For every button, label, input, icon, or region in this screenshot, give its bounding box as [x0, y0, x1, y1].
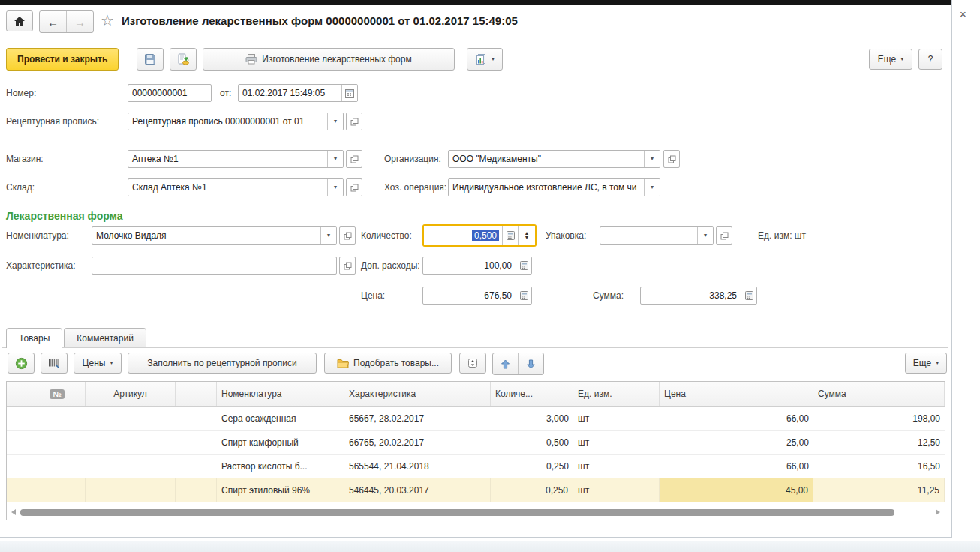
calculator-icon[interactable] [516, 287, 531, 304]
arrow-down-icon [526, 359, 536, 369]
table-more-button[interactable]: Еще ▾ [905, 352, 947, 374]
chevron-down-icon: ▾ [936, 360, 939, 366]
more-button[interactable]: Еще ▾ [869, 49, 912, 70]
characteristic-input[interactable] [92, 256, 337, 274]
scroll-left-icon[interactable] [11, 509, 16, 515]
cell-price: 25,00 [660, 430, 813, 454]
organization-value: ООО "Медикаменты" [449, 151, 644, 167]
move-down-button[interactable] [518, 353, 543, 374]
close-icon[interactable]: × [960, 8, 966, 20]
reports-dropdown-button[interactable]: ▾ [467, 48, 503, 70]
organization-open-button[interactable] [663, 150, 680, 168]
favorite-star-icon[interactable]: ☆ [101, 11, 114, 29]
packaging-combo[interactable]: ▾ [600, 226, 714, 244]
table-row[interactable]: Спирт камфорный 66765, 20.02.2017 0,500 … [7, 430, 945, 454]
cell-nomenclature: Спирт камфорный [217, 430, 344, 454]
recipe-value: Рецептурная пропись 00000000001 от 01 [128, 113, 327, 130]
prices-dropdown-button[interactable]: Цены ▾ [74, 352, 122, 374]
save-icon [144, 53, 156, 65]
sum-label: Сумма: [593, 290, 624, 301]
calendar-icon[interactable] [341, 85, 357, 101]
tab-comment-label: Комментарий [77, 333, 134, 344]
nomenclature-open-button[interactable] [339, 226, 356, 244]
chevron-down-icon[interactable]: ▾ [644, 179, 660, 196]
barcode-scan-button[interactable] [41, 352, 68, 374]
col-characteristic[interactable]: Характеристика [344, 382, 491, 406]
price-input[interactable]: 676,50 [422, 286, 532, 304]
cell-price: 66,00 [660, 406, 813, 430]
chevron-down-icon[interactable]: ▾ [327, 179, 343, 196]
post-document-button[interactable] [170, 48, 197, 70]
chevron-down-icon[interactable]: ▾ [697, 227, 713, 244]
cell-nomenclature: Сера осажденная [217, 406, 344, 430]
tab-comment[interactable]: Комментарий [64, 328, 146, 347]
back-button[interactable]: ← [40, 11, 66, 32]
tab-goods-label: Товары [19, 333, 50, 344]
cell-quantity: 0,250 [491, 478, 573, 502]
warehouse-open-button[interactable] [346, 178, 362, 196]
chevron-down-icon[interactable]: ▾ [327, 151, 343, 167]
forward-button[interactable]: → [66, 11, 93, 32]
quantity-spinner[interactable]: ▲ ▼ [518, 226, 535, 245]
quantity-value: 0,500 [472, 230, 499, 241]
sum-input[interactable]: 338,25 [640, 286, 757, 304]
calculator-icon[interactable] [741, 287, 756, 304]
date-input[interactable]: 01.02.2017 15:49:05 [238, 84, 358, 102]
scroll-right-icon[interactable] [936, 509, 940, 515]
history-nav: ← → [39, 10, 94, 33]
col-price[interactable]: Цена [660, 382, 813, 406]
cell-price: 66,00 [660, 454, 813, 478]
date-label: от: [220, 88, 231, 98]
col-number[interactable]: № [29, 382, 86, 406]
reports-icon [475, 53, 487, 65]
recipe-open-button[interactable] [346, 112, 362, 130]
section-title: Лекарственная форма [6, 210, 123, 222]
chevron-down-icon[interactable]: ▾ [327, 113, 343, 130]
cell-nomenclature: Раствор кислоты б... [217, 454, 344, 478]
fill-by-recipe-button[interactable]: Заполнить по рецептурной прописи [128, 352, 317, 374]
tab-goods[interactable]: Товары [6, 328, 62, 348]
pick-goods-button[interactable]: Подобрать товары... [324, 352, 452, 374]
table-row[interactable]: Сера осажденная 65667, 28.02.2017 3,000 … [7, 406, 945, 430]
packaging-label: Упаковка: [546, 230, 586, 241]
quantity-stepper[interactable]: 0,500 ▲ ▼ [422, 224, 537, 247]
help-button[interactable]: ? [918, 49, 942, 70]
chevron-down-icon[interactable]: ▾ [644, 151, 660, 167]
save-button[interactable] [137, 48, 164, 70]
calculator-icon[interactable] [516, 257, 531, 274]
post-and-close-button[interactable]: Провести и закрыть [6, 48, 119, 70]
scrollbar-thumb[interactable] [20, 509, 894, 516]
operation-label: Хоз. операция: [384, 182, 446, 193]
cell-quantity: 0,250 [491, 454, 573, 478]
pick-goods-label: Подобрать товары... [353, 358, 439, 368]
recipe-combo[interactable]: Рецептурная пропись 00000000001 от 01 ▾ [128, 112, 344, 130]
calculator-icon[interactable] [502, 226, 518, 245]
store-combo[interactable]: Аптека №1 ▾ [128, 150, 344, 168]
extra-costs-input[interactable]: 100,00 [422, 256, 532, 274]
help-label: ? [928, 54, 933, 64]
col-sum[interactable]: Сумма [813, 382, 945, 406]
operation-combo[interactable]: Индивидуальное изготовление ЛС, в том чи… [448, 178, 660, 196]
cell-unit: шт [573, 430, 660, 454]
col-unit[interactable]: Ед. изм. [573, 382, 660, 406]
cell-quantity: 3,000 [491, 406, 573, 430]
add-row-button[interactable] [8, 352, 35, 374]
col-article[interactable]: Артикул [86, 382, 176, 406]
chevron-down-icon[interactable]: ▾ [320, 227, 336, 244]
home-button[interactable] [6, 10, 33, 32]
move-up-button[interactable] [493, 353, 518, 374]
print-button[interactable]: Изготовление лекарственных форм [203, 48, 455, 70]
number-input[interactable]: 00000000001 [128, 84, 212, 102]
store-open-button[interactable] [346, 150, 362, 168]
row-height-button[interactable] [459, 352, 486, 374]
organization-combo[interactable]: ООО "Медикаменты" ▾ [448, 150, 660, 168]
nomenclature-combo[interactable]: Молочко Видаля ▾ [92, 226, 337, 244]
table-row-selected[interactable]: Спирт этиловый 96% 546445, 20.03.2017 0,… [7, 478, 945, 502]
col-nomenclature[interactable]: Номенклатура [217, 382, 344, 406]
characteristic-open-button[interactable] [339, 256, 356, 274]
col-quantity[interactable]: Количе... [491, 382, 573, 406]
warehouse-combo[interactable]: Склад Аптека №1 ▾ [128, 178, 344, 196]
packaging-open-button[interactable] [716, 226, 732, 244]
forward-icon: → [74, 16, 86, 28]
table-row[interactable]: Раствор кислоты б... 565544, 21.04.2018 … [7, 454, 945, 478]
